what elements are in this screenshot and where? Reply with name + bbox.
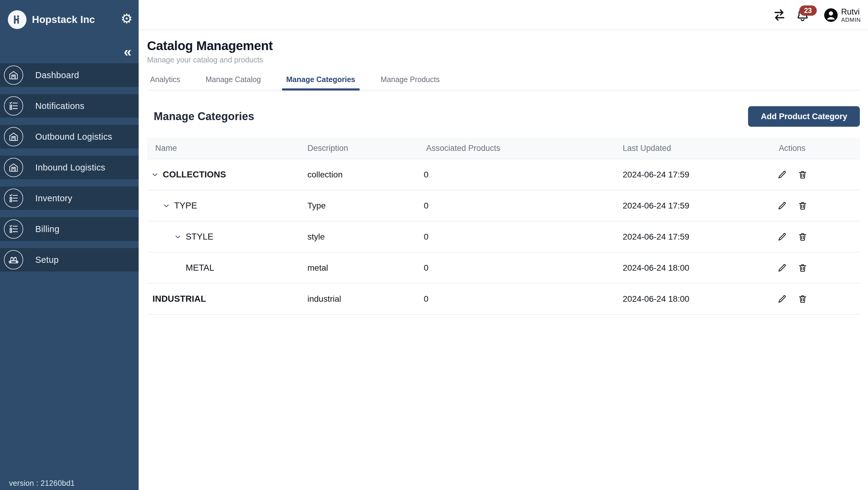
tab-analytics[interactable]: Analytics	[147, 73, 183, 90]
sidebar-item-setup[interactable]: Setup	[0, 248, 138, 271]
user-name: Rutvi	[841, 7, 861, 17]
row-actions	[771, 263, 860, 273]
associated-products-count: 0	[421, 201, 616, 211]
table-row: INDUSTRIAL industrial 0 2024-06-24 18:00	[147, 284, 860, 315]
table-body: COLLECTIONS collection 0 2024-06-24 17:5…	[147, 159, 860, 315]
tab-manage-products[interactable]: Manage Products	[378, 73, 443, 90]
last-updated: 2024-06-24 17:59	[616, 170, 771, 179]
sidebar-item-inbound-logistics[interactable]: Inbound Logistics	[0, 156, 138, 179]
last-updated: 2024-06-24 18:00	[616, 294, 771, 304]
chevron-down-icon[interactable]	[151, 170, 161, 179]
add-product-category-button[interactable]: Add Product Category	[748, 106, 860, 127]
category-name: COLLECTIONS	[163, 170, 226, 179]
tab-bar: AnalyticsManage CatalogManage Categories…	[147, 73, 860, 90]
delete-trash-icon[interactable]	[798, 294, 808, 304]
column-header-name: Name	[147, 144, 299, 153]
table-row: STYLE style 0 2024-06-24 17:59	[147, 222, 860, 253]
chevron-down-icon[interactable]	[162, 201, 173, 210]
edit-pencil-icon[interactable]	[777, 294, 787, 304]
category-name: METAL	[186, 263, 214, 273]
edit-pencil-icon[interactable]	[777, 232, 787, 242]
categories-table: NameDescriptionAssociated ProductsLast U…	[147, 138, 860, 315]
main-content: Catalog Management Manage your catalog a…	[138, 30, 868, 490]
edit-pencil-icon[interactable]	[777, 170, 787, 180]
page-title: Catalog Management	[147, 39, 860, 53]
checklist-icon	[4, 189, 23, 208]
category-name: INDUSTRIAL	[153, 294, 206, 304]
notification-count-badge: 23	[799, 5, 817, 16]
delete-trash-icon[interactable]	[798, 232, 808, 242]
chevron-down-icon[interactable]	[174, 232, 184, 241]
conveyor-icon	[4, 250, 23, 269]
user-role: ADMIN	[841, 17, 861, 23]
warehouse-icon	[4, 65, 23, 85]
topbar: 23 Rutvi ADMIN	[138, 0, 868, 30]
warehouse-icon	[4, 127, 23, 146]
table-row: METAL metal 0 2024-06-24 18:00	[147, 253, 860, 284]
section-header: Manage Categories Add Product Category	[147, 106, 860, 127]
sidebar-nav: Dashboard Notifications Outbound Logisti…	[0, 63, 138, 279]
page-subtitle: Manage your catalog and products	[147, 56, 860, 64]
tab-manage-categories[interactable]: Manage Categories	[283, 73, 358, 90]
table-row: COLLECTIONS collection 0 2024-06-24 17:5…	[147, 159, 860, 191]
sidebar: Hopstack Inc ⚙ « Dashboard Notifications…	[0, 0, 138, 490]
column-header-actions: Actions	[771, 144, 860, 153]
last-updated: 2024-06-24 17:59	[616, 232, 771, 242]
topbar-actions: 23 Rutvi ADMIN	[772, 0, 861, 30]
row-actions	[771, 294, 860, 304]
column-header-associated-products: Associated Products	[421, 144, 616, 153]
category-name-cell: COLLECTIONS	[147, 170, 299, 179]
user-info: Rutvi ADMIN	[841, 7, 861, 23]
associated-products-count: 0	[421, 170, 616, 179]
tab-manage-catalog[interactable]: Manage Catalog	[203, 73, 264, 90]
switch-arrows-icon[interactable]	[772, 8, 786, 22]
checklist-icon	[4, 96, 23, 116]
checklist-icon	[4, 219, 23, 239]
category-description: collection	[299, 170, 421, 179]
category-description: style	[299, 232, 421, 242]
row-actions	[771, 201, 860, 211]
collapse-sidebar-button[interactable]: «	[124, 45, 131, 59]
row-actions	[771, 232, 860, 242]
associated-products-count: 0	[421, 294, 616, 304]
row-actions	[771, 170, 860, 180]
category-description: industrial	[299, 294, 421, 304]
category-name: STYLE	[186, 232, 213, 242]
category-name-cell: TYPE	[147, 201, 299, 211]
sidebar-item-outbound-logistics[interactable]: Outbound Logistics	[0, 125, 138, 148]
sidebar-item-dashboard[interactable]: Dashboard	[0, 63, 138, 87]
delete-trash-icon[interactable]	[798, 201, 808, 211]
user-avatar-icon[interactable]	[824, 8, 838, 22]
table-row: TYPE Type 0 2024-06-24 17:59	[147, 191, 860, 222]
category-name-cell: METAL	[147, 263, 299, 273]
settings-gear-icon[interactable]: ⚙	[121, 12, 133, 25]
company-name: Hopstack Inc	[32, 14, 95, 25]
warehouse-icon	[4, 158, 23, 177]
category-name: TYPE	[174, 201, 197, 211]
sidebar-item-inventory[interactable]: Inventory	[0, 186, 138, 210]
sidebar-item-notifications[interactable]: Notifications	[0, 94, 138, 118]
section-heading: Manage Categories	[154, 110, 254, 123]
version-label: version : 21260bd1	[9, 479, 75, 488]
column-header-description: Description	[299, 144, 421, 153]
category-name-cell: STYLE	[147, 232, 299, 242]
delete-trash-icon[interactable]	[798, 170, 808, 180]
last-updated: 2024-06-24 17:59	[616, 201, 771, 211]
edit-pencil-icon[interactable]	[777, 263, 787, 273]
edit-pencil-icon[interactable]	[777, 201, 787, 211]
column-header-last-updated: Last Updated	[616, 144, 771, 153]
delete-trash-icon[interactable]	[798, 263, 808, 273]
category-description: metal	[299, 263, 421, 273]
associated-products-count: 0	[421, 263, 616, 273]
notification-bell-icon[interactable]: 23	[795, 8, 810, 22]
brand: Hopstack Inc	[8, 10, 95, 29]
hopstack-logo-icon	[8, 10, 27, 29]
table-header-row: NameDescriptionAssociated ProductsLast U…	[147, 138, 860, 159]
category-name-cell: INDUSTRIAL	[147, 294, 299, 304]
category-description: Type	[299, 201, 421, 211]
sidebar-item-billing[interactable]: Billing	[0, 217, 138, 241]
associated-products-count: 0	[421, 232, 616, 242]
last-updated: 2024-06-24 18:00	[616, 263, 771, 273]
